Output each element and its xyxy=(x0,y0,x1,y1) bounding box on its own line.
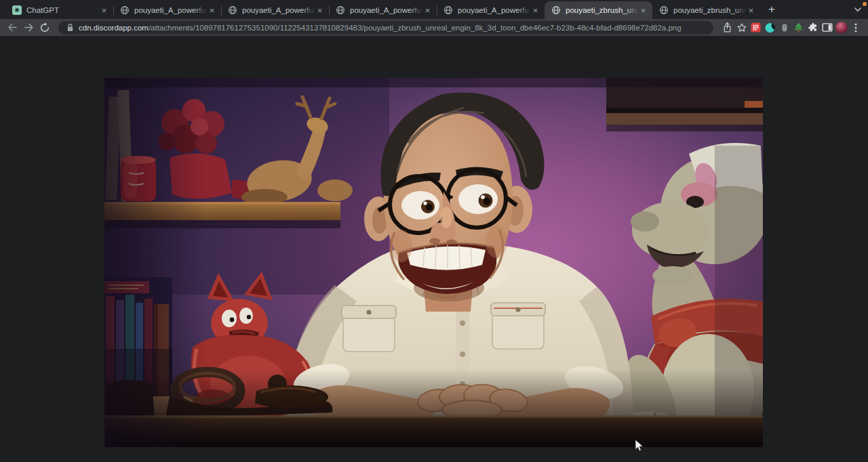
tab-pouyaeti-3[interactable]: pouyaeti_A_powerful_modern × xyxy=(329,1,437,19)
update-notification-dot xyxy=(863,2,867,6)
url-text: cdn.discordapp.com/attachments/108978176… xyxy=(79,24,682,32)
tab-title: ChatGPT xyxy=(26,5,99,15)
menu-dots-icon[interactable] xyxy=(848,20,863,35)
gray-extension-icon[interactable] xyxy=(777,20,791,35)
tab-zbrush-2[interactable]: pouyaeti_zbrush_unreal_engi × xyxy=(652,1,760,19)
url-path: /attachments/1089781761275351090/1122543… xyxy=(149,24,682,32)
tab-close-icon[interactable]: × xyxy=(530,5,540,16)
new-tab-button[interactable]: + xyxy=(763,1,781,18)
dark-reader-extension-icon[interactable] xyxy=(763,20,777,35)
mouse-cursor xyxy=(635,439,644,452)
tab-close-icon[interactable]: × xyxy=(315,5,325,16)
tab-strip: ✺ ChatGPT × pouyaeti_A_powerful_modern ×… xyxy=(0,0,868,19)
tab-pouyaeti-2[interactable]: pouyaeti_A_powerful_modern × xyxy=(221,1,329,19)
tab-close-icon[interactable]: × xyxy=(746,5,756,16)
back-button[interactable] xyxy=(4,20,20,35)
profile-avatar[interactable] xyxy=(834,20,848,35)
tab-search-chevron-icon[interactable] xyxy=(852,3,864,16)
tab-close-icon[interactable]: × xyxy=(99,5,109,16)
address-bar[interactable]: cdn.discordapp.com/attachments/108978176… xyxy=(58,21,713,35)
tab-title: pouyaeti_A_powerful_modern xyxy=(350,5,422,15)
tab-zbrush-active[interactable]: pouyaeti_zbrush_unreal_engin × xyxy=(545,1,652,19)
chatgpt-favicon-icon: ✺ xyxy=(12,5,22,15)
tab-title: pouyaeti_zbrush_unreal_engin xyxy=(566,5,638,15)
browser-toolbar: cdn.discordapp.com/attachments/108978176… xyxy=(0,19,868,36)
bookmark-star-icon[interactable] xyxy=(734,20,749,35)
globe-favicon-icon xyxy=(228,5,237,15)
tab-chatgpt[interactable]: ✺ ChatGPT × xyxy=(5,1,113,19)
tab-pouyaeti-4[interactable]: pouyaeti_A_powerful_modern × xyxy=(437,1,545,19)
tab-title: pouyaeti_A_powerful_modern xyxy=(134,5,207,15)
lock-icon[interactable] xyxy=(66,23,74,32)
extensions-puzzle-icon[interactable] xyxy=(806,20,820,35)
globe-favicon-icon xyxy=(443,5,453,15)
tab-pouyaeti-1[interactable]: pouyaeti_A_powerful_modern × xyxy=(113,1,221,19)
tree-extension-icon[interactable] xyxy=(791,20,806,35)
page-content xyxy=(0,36,868,462)
tab-close-icon[interactable]: × xyxy=(207,5,217,16)
tab-title: pouyaeti_zbrush_unreal_engi xyxy=(673,5,746,15)
tab-title: pouyaeti_A_powerful_modern xyxy=(458,5,530,15)
reload-button[interactable] xyxy=(37,20,53,35)
red-grid-extension-icon[interactable] xyxy=(749,20,763,35)
tab-close-icon[interactable]: × xyxy=(638,5,648,16)
url-domain: cdn.discordapp.com xyxy=(79,24,149,32)
globe-favicon-icon xyxy=(551,5,561,15)
tab-title: pouyaeti_A_powerful_modern xyxy=(242,5,315,15)
shirt-pocket-left xyxy=(342,306,396,352)
globe-favicon-icon xyxy=(336,5,345,15)
globe-favicon-icon xyxy=(120,5,130,15)
forward-button[interactable] xyxy=(20,20,37,35)
tab-close-icon[interactable]: × xyxy=(422,5,433,16)
globe-favicon-icon xyxy=(659,5,669,15)
shirt-pocket-right xyxy=(491,303,545,349)
side-panel-icon[interactable] xyxy=(820,20,834,35)
attachment-image[interactable] xyxy=(104,78,763,447)
share-icon[interactable] xyxy=(720,20,734,35)
